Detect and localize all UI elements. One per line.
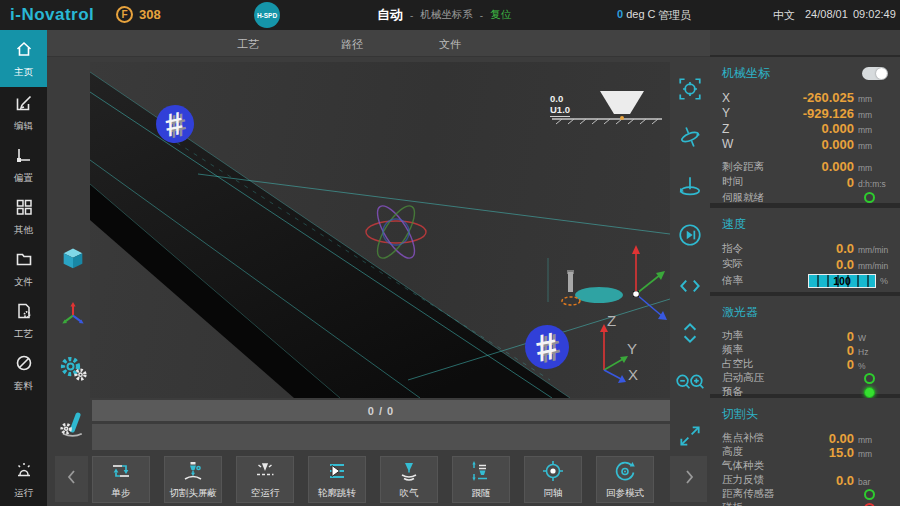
follow-button[interactable]: 跟随 <box>452 456 510 503</box>
laser-freq-row: 频率 0Hz <box>722 343 888 357</box>
view-axes-gizmo: Z Y X <box>600 312 638 383</box>
sidebar-item-nesting[interactable]: 套料 <box>0 347 47 399</box>
cutting-head-section: 切割头 焦点补偿 0.00mm 高度 15.0mm 气体种类 压力反馈 0.0b… <box>710 398 900 506</box>
laser-hv-row: 启动高压 <box>722 371 888 385</box>
tool-config-button[interactable] <box>56 410 90 444</box>
sidebar-item-label: 运行 <box>14 487 33 500</box>
row-label: 实际 <box>722 257 743 271</box>
speed-cmd-row: 指令 0.0mm/min <box>722 241 888 257</box>
axis-value: -260.025 <box>730 90 854 105</box>
override-bar: 100 <box>808 274 876 288</box>
toolbar-next-button[interactable] <box>670 456 707 502</box>
contour-jump-button[interactable]: 轮廓跳转 <box>308 456 366 503</box>
remaining-distance-row: 剩余距离 0.000mm <box>722 159 888 175</box>
coords-toggle[interactable] <box>862 67 888 80</box>
language-label[interactable]: 中文 <box>773 8 795 23</box>
coord-system-label: 机械坐标系 <box>420 8 473 22</box>
sidebar-spacer <box>0 399 47 454</box>
separator: - <box>480 10 483 21</box>
axes-view-button[interactable] <box>56 298 90 332</box>
rotate-x-button[interactable] <box>670 121 710 157</box>
ref-return-button[interactable]: 回参模式 <box>596 456 654 503</box>
sidebar-item-home[interactable]: 主页 <box>0 30 47 87</box>
view-settings-button[interactable] <box>56 354 90 388</box>
play-next-button[interactable] <box>670 219 710 255</box>
gears-icon <box>58 354 88 388</box>
distance-sensor-indicator <box>864 489 875 500</box>
tab-process[interactable]: 工艺 <box>237 37 259 52</box>
zoom-buttons[interactable] <box>670 368 710 404</box>
row-label: 高度 <box>722 445 743 459</box>
follow-icon <box>469 459 493 487</box>
viewport-3d[interactable]: # # # # <box>90 62 670 398</box>
axis-value: -929.126 <box>730 106 854 121</box>
fullscreen-button[interactable] <box>670 420 710 456</box>
row-value: 0 <box>743 175 854 190</box>
sidebar-item-offset[interactable]: 偏置 <box>0 139 47 191</box>
row-unit: bar <box>854 477 888 487</box>
row-label: 伺服就绪 <box>722 191 764 205</box>
user-label[interactable]: 管理员 <box>658 8 691 23</box>
toolbar-button-label: 切割头屏蔽 <box>169 487 217 500</box>
head-shield-button[interactable]: 切割头屏蔽 <box>164 456 222 503</box>
toolbar-button-label: 同轴 <box>544 487 563 500</box>
machine-coords-section: 机械坐标 X -260.025mm Y -929.126mm Z 0.000mm… <box>710 57 900 203</box>
axis-label: X <box>722 91 730 105</box>
machine-control-app: i-Novatrol F 308 H-SPD 自动 - 机械坐标系 - 复位 0… <box>0 0 900 506</box>
row-unit: mm/min <box>854 245 888 255</box>
row-label: 压力反馈 <box>722 473 764 487</box>
coord-row-x: X -260.025mm <box>722 90 888 106</box>
rotate-z-button[interactable] <box>670 171 710 207</box>
laser-duty-row: 占空比 0% <box>722 357 888 371</box>
pan-vertical-button[interactable] <box>670 317 710 353</box>
blow-air-button[interactable]: 吹气 <box>380 456 438 503</box>
row-label: 占空比 <box>722 357 754 371</box>
sidebar-nav: 主页 编辑 偏置 其他 文件 工艺 套料 运行 <box>0 30 47 506</box>
sidebar-item-other[interactable]: 其他 <box>0 191 47 243</box>
grid-icon <box>14 197 34 221</box>
sidebar-item-edit[interactable]: 编辑 <box>0 87 47 139</box>
locate-head-button[interactable] <box>670 73 710 109</box>
toolbar-prev-button[interactable] <box>55 456 88 502</box>
model-badge-icon: F <box>116 6 133 23</box>
axis-unit: mm <box>854 94 888 104</box>
coaxial-button[interactable]: 同轴 <box>524 456 582 503</box>
dry-run-button[interactable]: 空运行 <box>236 456 294 503</box>
single-step-button[interactable]: 单步 <box>92 456 150 503</box>
no-entry-icon <box>14 353 34 377</box>
sidebar-item-run[interactable]: 运行 <box>0 454 47 506</box>
tab-file[interactable]: 文件 <box>439 37 461 52</box>
sidebar-item-process[interactable]: 工艺 <box>0 295 47 347</box>
status-panel: 机械坐标 X -260.025mm Y -929.126mm Z 0.000mm… <box>710 30 900 506</box>
sidebar-item-label: 套料 <box>14 380 33 393</box>
temperature-readout: 0 deg C <box>617 8 656 20</box>
toolbar-button-label: 跟随 <box>472 487 491 500</box>
rotate-vertical-icon <box>677 174 703 204</box>
row-label: 频率 <box>722 343 743 357</box>
tab-path[interactable]: 路径 <box>341 37 363 52</box>
hud-values: 0.0 U1.0 <box>550 93 570 117</box>
ref-return-icon <box>613 459 637 487</box>
cube-3d-icon <box>59 245 87 277</box>
time-label: 09:02:49 <box>853 8 896 20</box>
row-value: 15.0 <box>743 445 854 460</box>
sidebar-item-file[interactable]: 文件 <box>0 243 47 295</box>
reset-status: 复位 <box>490 8 511 22</box>
svg-text:X: X <box>628 366 638 383</box>
row-label: 启动高压 <box>722 371 764 385</box>
laser-title: 激光器 <box>722 304 758 321</box>
axis-unit: mm <box>854 110 888 120</box>
tool-gear-icon <box>58 410 88 444</box>
sidebar-item-label: 其他 <box>14 224 33 237</box>
pressure-row: 压力反馈 0.0bar <box>722 473 888 487</box>
row-label: 碰板 <box>722 501 743 506</box>
servo-ready-indicator <box>864 192 875 203</box>
mode-label[interactable]: 自动 <box>377 6 403 24</box>
row-value: 0.0 <box>743 241 854 256</box>
servo-ready-row: 伺服就绪 <box>722 190 888 206</box>
view-cube-button[interactable] <box>56 244 90 278</box>
pan-horizontal-button[interactable] <box>670 270 710 306</box>
siren-icon <box>14 460 34 484</box>
plate-collision-indicator <box>864 503 875 506</box>
toolbar-button-label: 吹气 <box>400 487 419 500</box>
